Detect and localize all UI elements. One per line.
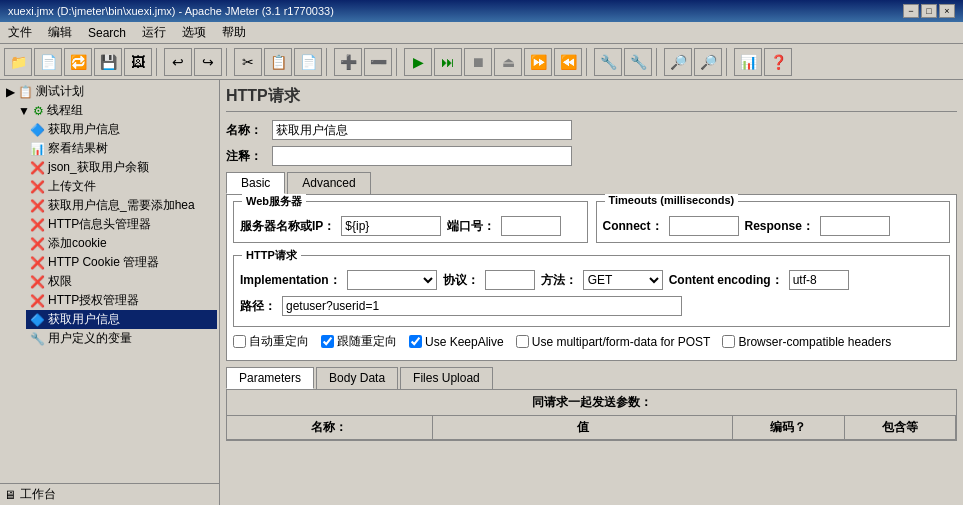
tree-item-auth[interactable]: ❌ 权限 (26, 272, 217, 291)
tab-basic[interactable]: Basic (226, 172, 285, 194)
name-input[interactable] (272, 120, 572, 140)
comment-row: 注释： (226, 146, 957, 166)
separator-5 (586, 48, 590, 76)
port-input[interactable] (501, 216, 561, 236)
tree-item-add-cookie[interactable]: ❌ 添加cookie (26, 234, 217, 253)
http-auth-label: HTTP授权管理器 (48, 292, 139, 309)
multipart-checkbox[interactable] (516, 335, 529, 348)
sub-tab-files-upload[interactable]: Files Upload (400, 367, 493, 389)
toolbar-function-helper[interactable]: 📊 (734, 48, 762, 76)
close-button[interactable]: × (939, 4, 955, 18)
impl-select[interactable] (347, 270, 437, 290)
tree-item-get-user3[interactable]: 🔷 获取用户信息 (26, 310, 217, 329)
server-ip-input[interactable] (341, 216, 441, 236)
toolbar-cut[interactable]: ✂ (234, 48, 262, 76)
col-include: 包含等 (845, 416, 956, 439)
path-input[interactable] (282, 296, 682, 316)
tree-item-test-plan[interactable]: ▶ 📋 测试计划 (2, 82, 217, 101)
tab-advanced[interactable]: Advanced (287, 172, 370, 194)
toolbar-new[interactable]: 📁 (4, 48, 32, 76)
auto-redirect-checkbox[interactable] (233, 335, 246, 348)
menu-run[interactable]: 运行 (134, 22, 174, 43)
connect-input[interactable] (669, 216, 739, 236)
encoding-input[interactable] (789, 270, 849, 290)
sub-tab-parameters[interactable]: Parameters (226, 367, 314, 389)
cookie-mgr-icon: ❌ (30, 256, 45, 270)
sub-tab-body-data[interactable]: Body Data (316, 367, 398, 389)
toolbar-undo[interactable]: ↩ (164, 48, 192, 76)
toolbar-add[interactable]: ➕ (334, 48, 362, 76)
tree-item-upload[interactable]: ❌ 上传文件 (26, 177, 217, 196)
toolbar-copy[interactable]: 📋 (264, 48, 292, 76)
http-request-section: HTTP请求 Implementation： 协议： 方法： GET PO (233, 255, 950, 327)
menu-help[interactable]: 帮助 (214, 22, 254, 43)
toolbar-start-no-pause[interactable]: ⏭ (434, 48, 462, 76)
tree-item-cookie-mgr[interactable]: ❌ HTTP Cookie 管理器 (26, 253, 217, 272)
tree-item-get-user2[interactable]: ❌ 获取用户信息_需要添加hea (26, 196, 217, 215)
toolbar-start[interactable]: ▶ (404, 48, 432, 76)
timeouts-section: Timeouts (milliseconds) Connect： Respons… (596, 201, 951, 243)
json-balance-label: json_获取用户余额 (48, 159, 149, 176)
maximize-button[interactable]: □ (921, 4, 937, 18)
toolbar-paste[interactable]: 📄 (294, 48, 322, 76)
add-cookie-label: 添加cookie (48, 235, 107, 252)
port-label: 端口号： (447, 218, 495, 235)
toolbar-clear[interactable]: 🔧 (594, 48, 622, 76)
method-label: 方法： (541, 272, 577, 289)
tree-item-view-results[interactable]: 📊 察看结果树 (26, 139, 217, 158)
method-select[interactable]: GET POST PUT DELETE (583, 270, 663, 290)
menu-options[interactable]: 选项 (174, 22, 214, 43)
protocol-input[interactable] (485, 270, 535, 290)
toolbar-reset-search[interactable]: 🔎 (694, 48, 722, 76)
toolbar-shutdown[interactable]: ⏏ (494, 48, 522, 76)
name-label: 名称： (226, 122, 266, 139)
toolbar-help[interactable]: ❓ (764, 48, 792, 76)
impl-label: Implementation： (240, 272, 341, 289)
toolbar-save-as[interactable]: 🖼 (124, 48, 152, 76)
comment-input[interactable] (272, 146, 572, 166)
toolbar-templates[interactable]: 📄 (34, 48, 62, 76)
keepalive-checkbox[interactable] (409, 335, 422, 348)
tree-item-get-user[interactable]: 🔷 获取用户信息 (26, 120, 217, 139)
path-row: 路径： (240, 296, 943, 316)
comment-label: 注释： (226, 148, 266, 165)
toolbar-redo[interactable]: ↪ (194, 48, 222, 76)
browser-headers-item: Browser-compatible headers (722, 335, 891, 349)
tree-item-http-auth[interactable]: ❌ HTTP授权管理器 (26, 291, 217, 310)
test-plan-icon: 📋 (18, 85, 33, 99)
toolbar-search[interactable]: 🔎 (664, 48, 692, 76)
separator-6 (656, 48, 660, 76)
tree-item-thread-group[interactable]: ▼ ⚙ 线程组 (14, 101, 217, 120)
separator-7 (726, 48, 730, 76)
get-user2-icon: ❌ (30, 199, 45, 213)
toolbar-clear-all[interactable]: 🔧 (624, 48, 652, 76)
toolbar-remote-stop[interactable]: ⏪ (554, 48, 582, 76)
toolbar-save[interactable]: 💾 (94, 48, 122, 76)
browser-headers-label: Browser-compatible headers (738, 335, 891, 349)
toolbar-open[interactable]: 🔁 (64, 48, 92, 76)
toolbar-stop[interactable]: ⏹ (464, 48, 492, 76)
view-results-icon: 📊 (30, 142, 45, 156)
tree-item-header-mgr[interactable]: ❌ HTTP信息头管理器 (26, 215, 217, 234)
tree-item-user-vars[interactable]: 🔧 用户定义的变量 (26, 329, 217, 348)
main-layout: ▶ 📋 测试计划 ▼ ⚙ 线程组 🔷 获取用户信息 📊 察看结果树 ❌ json… (0, 80, 963, 505)
follow-redirect-checkbox[interactable] (321, 335, 334, 348)
toolbar-remote-start[interactable]: ⏩ (524, 48, 552, 76)
browser-headers-checkbox[interactable] (722, 335, 735, 348)
tree-item-json-balance[interactable]: ❌ json_获取用户余额 (26, 158, 217, 177)
col-value: 值 (433, 416, 733, 439)
get-user3-icon: 🔷 (30, 313, 45, 327)
menu-file[interactable]: 文件 (0, 22, 40, 43)
minimize-button[interactable]: − (903, 4, 919, 18)
toolbar-remove[interactable]: ➖ (364, 48, 392, 76)
menu-edit[interactable]: 编辑 (40, 22, 80, 43)
separator-3 (326, 48, 330, 76)
get-user2-label: 获取用户信息_需要添加hea (48, 197, 195, 214)
left-panel: ▶ 📋 测试计划 ▼ ⚙ 线程组 🔷 获取用户信息 📊 察看结果树 ❌ json… (0, 80, 220, 505)
panel-title: HTTP请求 (226, 86, 957, 112)
menu-search[interactable]: Search (80, 24, 134, 42)
window-controls[interactable]: − □ × (903, 4, 955, 18)
work-area: HTTP请求 名称： 注释： Basic Advanced Web服务器 (220, 80, 963, 505)
response-input[interactable] (820, 216, 890, 236)
header-mgr-label: HTTP信息头管理器 (48, 216, 151, 233)
